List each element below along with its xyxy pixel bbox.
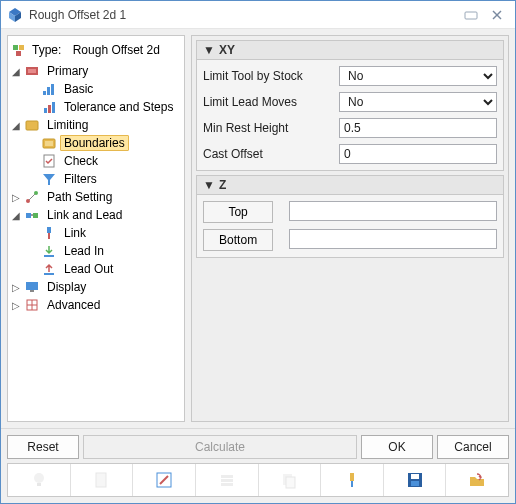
input-cast-offset[interactable] <box>339 144 497 164</box>
toolbar-edit-button[interactable] <box>133 464 196 496</box>
svg-rect-3 <box>465 12 477 19</box>
tree-item-display[interactable]: ▷ Display <box>10 278 182 296</box>
help-button[interactable] <box>459 6 483 24</box>
input-top[interactable] <box>289 201 497 221</box>
toolbar-save-button[interactable] <box>384 464 447 496</box>
input-min-rest[interactable] <box>339 118 497 138</box>
tree-label: Display <box>43 279 90 295</box>
close-button[interactable] <box>485 6 509 24</box>
tree-item-basic[interactable]: · Basic <box>10 80 182 98</box>
svg-rect-14 <box>44 108 47 113</box>
label-min-rest: Min Rest Height <box>203 121 333 135</box>
select-limit-lead[interactable]: No <box>339 92 497 112</box>
tree-item-lead-out[interactable]: · Lead Out <box>10 260 182 278</box>
svg-rect-8 <box>16 51 21 56</box>
svg-rect-43 <box>221 479 233 482</box>
lead-out-icon <box>41 261 57 277</box>
tree-label: Check <box>60 153 102 169</box>
expand-icon[interactable]: ▷ <box>10 300 21 311</box>
svg-rect-33 <box>30 290 34 292</box>
svg-line-24 <box>29 194 35 200</box>
section-title: Z <box>219 178 226 192</box>
collapse-icon[interactable]: ◢ <box>10 66 21 77</box>
copy-icon <box>279 470 299 490</box>
section-xy-header[interactable]: ▼ XY <box>197 41 503 60</box>
row-top: Top <box>203 201 497 223</box>
type-row: Type: Rough Offset 2d <box>10 40 182 62</box>
svg-rect-13 <box>51 84 54 95</box>
expand-icon[interactable]: ▷ <box>10 192 21 203</box>
section-z: ▼ Z Top Bottom <box>196 175 504 258</box>
row-limit-tool: Limit Tool by Stock No <box>203 66 497 86</box>
window-title: Rough Offset 2d 1 <box>29 8 457 22</box>
tree-item-limiting[interactable]: ◢ Limiting <box>10 116 182 134</box>
tree-item-check[interactable]: · Check <box>10 152 182 170</box>
folder-open-icon <box>467 470 487 490</box>
tree-item-primary[interactable]: ◢ Primary <box>10 62 182 80</box>
tree-label: Link and Lead <box>43 207 126 223</box>
document-icon <box>91 470 111 490</box>
link-lead-icon <box>24 207 40 223</box>
edit-icon <box>154 470 174 490</box>
collapse-icon[interactable]: ◢ <box>10 210 21 221</box>
advanced-icon <box>24 297 40 313</box>
chevron-down-icon: ▼ <box>203 43 215 57</box>
calculate-button[interactable]: Calculate <box>83 435 357 459</box>
svg-rect-42 <box>221 475 233 478</box>
tree-item-tolerance[interactable]: · Tolerance and Steps <box>10 98 182 116</box>
expand-icon[interactable]: ▷ <box>10 282 21 293</box>
tree-item-path-setting[interactable]: ▷ Path Setting <box>10 188 182 206</box>
toolbar-stack-button[interactable] <box>196 464 259 496</box>
button-bottom[interactable]: Bottom <box>203 229 273 251</box>
tree-item-filters[interactable]: · Filters <box>10 170 182 188</box>
tree-label: Lead In <box>60 243 108 259</box>
bulb-icon <box>29 470 49 490</box>
type-prefix: Type: <box>32 43 61 57</box>
toolbar-load-button[interactable] <box>446 464 508 496</box>
tolerance-icon <box>41 99 57 115</box>
ok-button[interactable]: OK <box>361 435 433 459</box>
row-bottom: Bottom <box>203 229 497 251</box>
select-limit-tool[interactable]: No <box>339 66 497 86</box>
tree-item-link[interactable]: · Link <box>10 224 182 242</box>
toolbar-doc-button[interactable] <box>71 464 134 496</box>
tree-label: Boundaries <box>60 135 129 151</box>
collapse-icon[interactable]: ◢ <box>10 120 21 131</box>
svg-marker-21 <box>43 174 55 185</box>
dialog-window: Rough Offset 2d 1 Type: Rough Offset 2d … <box>0 0 516 504</box>
tree-item-link-and-lead[interactable]: ◢ Link and Lead <box>10 206 182 224</box>
boundaries-icon <box>41 135 57 151</box>
svg-rect-17 <box>26 121 38 130</box>
type-icon <box>12 42 28 58</box>
svg-rect-50 <box>411 474 419 479</box>
input-bottom[interactable] <box>289 229 497 249</box>
row-limit-lead: Limit Lead Moves No <box>203 92 497 112</box>
filters-icon <box>41 171 57 187</box>
button-top[interactable]: Top <box>203 201 273 223</box>
stack-icon <box>217 470 237 490</box>
link-tool-icon <box>342 470 362 490</box>
cancel-button[interactable]: Cancel <box>437 435 509 459</box>
svg-rect-46 <box>286 477 295 488</box>
toolbar-copy-button[interactable] <box>259 464 322 496</box>
tree-item-boundaries[interactable]: · Boundaries <box>10 134 182 152</box>
section-xy-body: Limit Tool by Stock No Limit Lead Moves … <box>197 60 503 170</box>
display-icon <box>24 279 40 295</box>
tree-item-advanced[interactable]: ▷ Advanced <box>10 296 182 314</box>
svg-rect-10 <box>28 69 36 73</box>
toolbar-link-button[interactable] <box>321 464 384 496</box>
check-icon <box>41 153 57 169</box>
type-value: Rough Offset 2d <box>73 43 160 57</box>
svg-rect-6 <box>13 45 18 50</box>
toolbar-bulb-button[interactable] <box>8 464 71 496</box>
link-icon <box>41 225 57 241</box>
reset-button[interactable]: Reset <box>7 435 79 459</box>
chevron-down-icon: ▼ <box>203 178 215 192</box>
section-z-header[interactable]: ▼ Z <box>197 176 503 195</box>
label-limit-tool: Limit Tool by Stock <box>203 69 333 83</box>
svg-rect-12 <box>47 87 50 95</box>
svg-rect-32 <box>26 282 38 290</box>
svg-rect-44 <box>221 483 233 486</box>
tree-item-lead-in[interactable]: · Lead In <box>10 242 182 260</box>
svg-rect-16 <box>52 102 55 113</box>
